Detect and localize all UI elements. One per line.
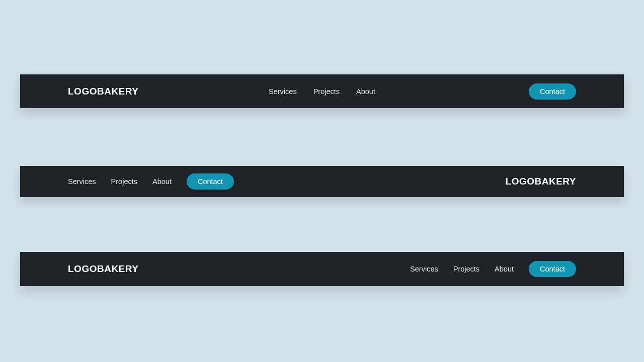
navbar-variant-left: Services Projects About Contact LOGOBAKE… [20,166,624,197]
navbar-variant-right: LOGOBAKERY Services Projects About Conta… [20,252,624,286]
nav-link-services[interactable]: Services [68,177,96,186]
nav-link-projects[interactable]: Projects [453,265,479,273]
contact-button[interactable]: Contact [529,83,576,100]
nav-link-about[interactable]: About [495,265,514,273]
nav-links-right: Services Projects About Contact [410,261,576,277]
nav-link-services[interactable]: Services [410,265,438,273]
nav-link-about[interactable]: About [356,87,375,96]
nav-link-projects[interactable]: Projects [111,177,137,186]
brand-logo[interactable]: LOGOBAKERY [68,86,138,97]
nav-link-about[interactable]: About [152,177,172,186]
brand-logo[interactable]: LOGOBAKERY [506,176,576,187]
contact-button[interactable]: Contact [529,261,576,277]
navbar-inner: LOGOBAKERY Services Projects About Conta… [68,83,576,100]
nav-links-center: Services Projects About [269,87,375,96]
contact-button[interactable]: Contact [187,173,234,190]
nav-link-services[interactable]: Services [269,87,297,96]
brand-logo[interactable]: LOGOBAKERY [68,263,138,275]
nav-link-projects[interactable]: Projects [313,87,340,96]
nav-links-left: Services Projects About Contact [68,173,234,190]
navbar-variant-center: LOGOBAKERY Services Projects About Conta… [20,74,624,108]
